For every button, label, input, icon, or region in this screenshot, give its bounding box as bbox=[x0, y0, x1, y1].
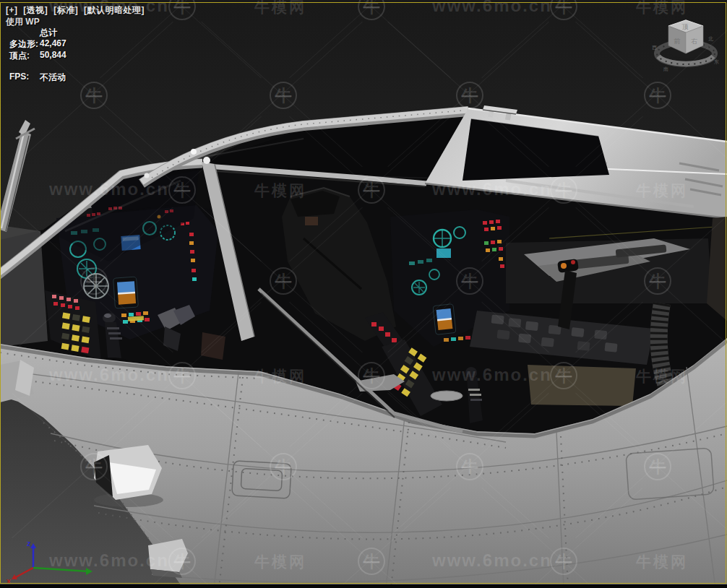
viewport-label-menu: [+] [透视] [标准] [默认明暗处理] bbox=[6, 4, 147, 17]
axis-x-label: x bbox=[7, 576, 12, 585]
world-axis-gizmo: z x bbox=[4, 539, 106, 585]
viewport-menu-plus[interactable]: [+] bbox=[6, 5, 18, 15]
stats-fps-value: 不活动 bbox=[40, 72, 66, 84]
compass-wheel-gauge bbox=[84, 274, 108, 298]
rear-attitude-indicator bbox=[433, 304, 456, 335]
3d-viewport[interactable]: [+] [透视] [标准] [默认明暗处理] 使用 WP 总计 多边形: 42,… bbox=[0, 0, 727, 588]
svg-text:北: 北 bbox=[708, 36, 713, 42]
axis-y bbox=[33, 568, 88, 571]
stats-polygons-value: 42,467 bbox=[40, 38, 66, 48]
axis-x bbox=[14, 568, 33, 578]
viewcube-left-label: 前 bbox=[674, 38, 681, 45]
viewcube[interactable]: 顶 前 右 北 东 南 西 bbox=[645, 6, 724, 85]
intake-scoop bbox=[94, 445, 163, 507]
viewport-menu-shading[interactable]: [默认明暗处理] bbox=[84, 5, 145, 15]
viewcube-top-label: 顶 bbox=[682, 23, 689, 30]
viewport-menu-standard[interactable]: [标准] bbox=[53, 5, 78, 15]
svg-text:南: 南 bbox=[663, 66, 668, 72]
attitude-indicator bbox=[113, 277, 139, 308]
stats-total-header: 总计 bbox=[40, 27, 57, 39]
stats-vertices-label: 顶点: bbox=[9, 50, 30, 62]
svg-text:西: 西 bbox=[652, 45, 657, 51]
svg-text:东: 东 bbox=[714, 59, 719, 64]
viewport-menu-perspective[interactable]: [透视] bbox=[23, 5, 48, 15]
stats-polygons-label: 多边形: bbox=[9, 38, 38, 51]
stats-fps-label: FPS: bbox=[9, 72, 29, 82]
viewport-statistics: 总计 多边形: 42,467 顶点: 50,844 FPS: 不活动 bbox=[9, 27, 118, 92]
viewcube-right-label: 右 bbox=[691, 38, 698, 45]
stats-vertices-value: 50,844 bbox=[40, 50, 66, 60]
axis-z-label: z bbox=[27, 539, 31, 548]
rear-mfd-screen bbox=[436, 248, 451, 258]
